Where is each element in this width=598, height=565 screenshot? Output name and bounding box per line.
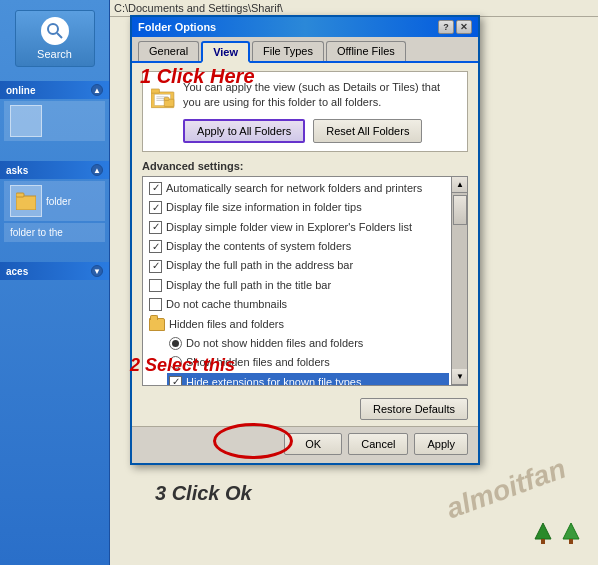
tab-offline-files[interactable]: Offline Files [326, 41, 406, 61]
setting-label: Do not show hidden files and folders [186, 336, 363, 351]
sidebar-collapse-arrow2[interactable]: ▲ [91, 164, 103, 176]
sidebar-item-icon [10, 105, 42, 137]
tab-general[interactable]: General [138, 41, 199, 61]
setting-simple-view: Display simple folder view in Explorer's… [147, 218, 449, 237]
scroll-up-button[interactable]: ▲ [452, 177, 468, 193]
advanced-settings-label: Advanced settings: [142, 160, 468, 172]
svg-rect-2 [16, 196, 36, 210]
apply-button[interactable]: Apply [414, 433, 468, 455]
sidebar-item-folder[interactable]: folder [4, 181, 105, 221]
sidebar-item[interactable] [4, 101, 105, 141]
sidebar-section-online: online ▲ [0, 77, 109, 147]
title-buttons: ? ✕ [438, 20, 472, 34]
setting-label: Show hidden files and folders [186, 355, 330, 370]
setting-label: Do not cache thumbnails [166, 297, 287, 312]
svg-marker-14 [563, 523, 579, 539]
sidebar-folder-icon [10, 185, 42, 217]
setting-group-label: Hidden files and folders [169, 317, 284, 332]
apply-to-all-folders-button[interactable]: Apply to All Folders [183, 119, 305, 143]
setting-label: Hide extensions for known file types [186, 375, 361, 386]
dialog-help-button[interactable]: ? [438, 20, 454, 34]
folder-options-dialog: Folder Options ? ✕ General View File Typ… [130, 15, 480, 465]
svg-rect-11 [164, 97, 169, 100]
bottom-icons [531, 521, 583, 545]
setting-checkbox-file-size[interactable] [149, 201, 162, 214]
setting-file-size: Display file size information in folder … [147, 198, 449, 217]
sidebar-item-folder2[interactable]: folder to the [4, 223, 105, 242]
svg-rect-13 [541, 539, 545, 544]
setting-auto-search: Automatically search for network folders… [147, 179, 449, 198]
setting-label: Display the contents of system folders [166, 239, 351, 254]
footer-restore: Restore Defaults [132, 394, 478, 426]
svg-rect-5 [151, 89, 159, 93]
setting-hide-extensions: Hide extensions for known file types [167, 373, 449, 386]
sidebar-collapse-arrow[interactable]: ▲ [91, 84, 103, 96]
settings-scrollbar[interactable]: ▲ ▼ [451, 177, 467, 385]
reset-all-folders-button[interactable]: Reset All Folders [313, 119, 422, 143]
sidebar-section-label: online [6, 85, 35, 96]
dialog-close-button[interactable]: ✕ [456, 20, 472, 34]
setting-label: Automatically search for network folders… [166, 181, 422, 196]
tree-icon [531, 521, 555, 545]
setting-label: Display the full path in the address bar [166, 258, 353, 273]
setting-checkbox-cache-thumb[interactable] [149, 298, 162, 311]
setting-show-hidden: Show hidden files and folders [167, 353, 449, 372]
sidebar-item-label: folder [46, 196, 71, 207]
setting-full-path-title: Display the full path in the title bar [147, 276, 449, 295]
setting-radio-show[interactable] [169, 356, 182, 369]
setting-full-path-addr: Display the full path in the address bar [147, 256, 449, 275]
sidebar-section-label3: aces [6, 266, 28, 277]
setting-dont-show-hidden: Do not show hidden files and folders [167, 334, 449, 353]
address-path: C:\Documents and Settings\Sharif\ [114, 2, 283, 14]
cancel-button[interactable]: Cancel [348, 433, 408, 455]
search-icon [41, 17, 69, 45]
sidebar-header-aces: aces ▼ [0, 262, 109, 280]
svg-rect-15 [569, 539, 573, 544]
sidebar-header-online: online ▲ [0, 81, 109, 99]
setting-checkbox-auto-search[interactable] [149, 182, 162, 195]
scroll-track[interactable] [452, 193, 467, 369]
dialog-title: Folder Options [138, 21, 216, 33]
dialog-footer: OK Cancel Apply [132, 426, 478, 463]
svg-marker-12 [535, 523, 551, 539]
svg-rect-3 [16, 193, 24, 197]
setting-label: Display the full path in the title bar [166, 278, 331, 293]
sidebar-header-asks: asks ▲ [0, 161, 109, 179]
dialog-titlebar: Folder Options ? ✕ [132, 17, 478, 37]
search-button[interactable]: Search [15, 10, 95, 67]
tab-file-types[interactable]: File Types [252, 41, 324, 61]
folder-view-text: You can apply the view (such as Details … [183, 80, 459, 111]
setting-checkbox-system[interactable] [149, 240, 162, 253]
setting-checkbox-full-path-addr[interactable] [149, 260, 162, 273]
folder-view-buttons: Apply to All Folders Reset All Folders [183, 119, 459, 143]
setting-checkbox-hide-ext[interactable] [169, 376, 182, 386]
setting-checkbox-simple-view[interactable] [149, 221, 162, 234]
sidebar-collapse-arrow3[interactable]: ▼ [91, 265, 103, 277]
main-area: C:\Documents and Settings\Sharif\ Folder… [110, 0, 598, 565]
folder-view-section: You can apply the view (such as Details … [142, 71, 468, 152]
sidebar-item-label2: folder to the [10, 227, 63, 238]
setting-system-folders: Display the contents of system folders [147, 237, 449, 256]
setting-no-cache-thumb: Do not cache thumbnails [147, 295, 449, 314]
sidebar-section-asks: asks ▲ folder folder to the [0, 157, 109, 248]
tree-icon2 [559, 521, 583, 545]
setting-checkbox-full-path-title[interactable] [149, 279, 162, 292]
setting-radio-dont-show[interactable] [169, 337, 182, 350]
settings-items: Automatically search for network folders… [143, 177, 467, 386]
ok-button[interactable]: OK [284, 433, 342, 455]
setting-label: Display file size information in folder … [166, 200, 362, 215]
svg-line-1 [57, 33, 62, 38]
restore-defaults-button[interactable]: Restore Defaults [360, 398, 468, 420]
search-label: Search [37, 48, 72, 60]
tab-view[interactable]: View [201, 41, 250, 63]
svg-point-0 [48, 24, 58, 34]
folder-group-icon [149, 318, 165, 331]
setting-label: Display simple folder view in Explorer's… [166, 220, 412, 235]
scroll-down-button[interactable]: ▼ [452, 369, 468, 385]
scroll-thumb[interactable] [453, 195, 467, 225]
folder-view-desc: You can apply the view (such as Details … [183, 80, 459, 143]
dialog-tabs: General View File Types Offline Files [132, 37, 478, 63]
sidebar: Search online ▲ asks ▲ folder folder t [0, 0, 110, 565]
folder-illustration [151, 80, 175, 116]
sidebar-section-aces: aces ▼ [0, 258, 109, 284]
